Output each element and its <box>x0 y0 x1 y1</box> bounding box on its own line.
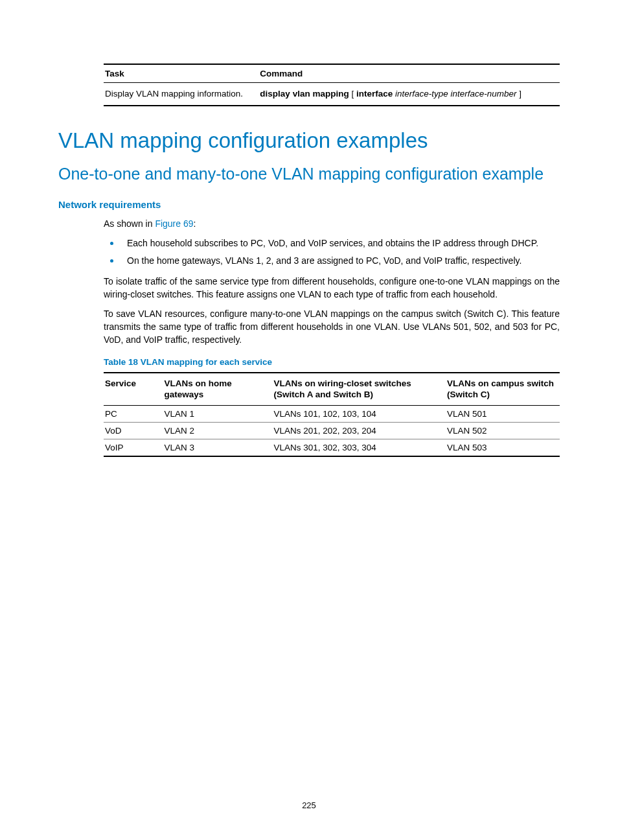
cell-home: VLAN 1 <box>163 405 273 422</box>
cell-campus: VLAN 501 <box>446 405 560 422</box>
cell-service: VoIP <box>104 439 163 456</box>
cell-home: VLAN 2 <box>163 422 273 439</box>
task-table: Task Command Display VLAN mapping inform… <box>104 64 560 106</box>
task-table-wrapper: Task Command Display VLAN mapping inform… <box>104 64 560 106</box>
figure-link[interactable]: Figure 69 <box>155 218 193 229</box>
cell-campus: VLAN 502 <box>446 422 560 439</box>
cell-closet: VLANs 101, 102, 103, 104 <box>272 405 446 422</box>
vlan-th-service: Service <box>104 373 163 406</box>
command-cell: display vlan mapping [ interface interfa… <box>258 83 560 106</box>
cell-service: VoD <box>104 422 163 439</box>
vlan-th-closet: VLANs on wiring-closet switches (Switch … <box>272 373 446 406</box>
page-number: 225 <box>0 800 618 810</box>
paragraph: To save VLAN resources, configure many-t… <box>104 308 560 347</box>
heading-1: VLAN mapping configuration examples <box>58 128 560 153</box>
cell-closet: VLANs 201, 202, 203, 204 <box>272 422 446 439</box>
cell-home: VLAN 3 <box>163 439 273 456</box>
intro-paragraph: As shown in Figure 69: <box>104 218 560 231</box>
paragraph: To isolate traffic of the same service t… <box>104 275 560 301</box>
task-table-header-command: Command <box>258 64 560 83</box>
page-content: Task Command Display VLAN mapping inform… <box>0 0 618 483</box>
task-cell: Display VLAN mapping information. <box>104 83 258 106</box>
intro-suffix: : <box>194 218 196 229</box>
list-item: On the home gateways, VLANs 1, 2, and 3 … <box>104 255 560 268</box>
table-row: PC VLAN 1 VLANs 101, 102, 103, 104 VLAN … <box>104 405 560 422</box>
requirements-list: Each household subscribes to PC, VoD, an… <box>104 237 560 268</box>
table-row: VoD VLAN 2 VLANs 201, 202, 203, 204 VLAN… <box>104 422 560 439</box>
table-caption: Table 18 VLAN mapping for each service <box>104 357 560 367</box>
intro-prefix: As shown in <box>104 218 155 229</box>
table-row: VoIP VLAN 3 VLANs 301, 302, 303, 304 VLA… <box>104 439 560 456</box>
heading-3: Network requirements <box>58 199 560 210</box>
list-item: Each household subscribes to PC, VoD, an… <box>104 237 560 250</box>
command-part: interface-type interface-number <box>395 89 517 99</box>
command-part: display vlan mapping <box>260 89 349 99</box>
heading-2: One-to-one and many-to-one VLAN mapping … <box>58 163 560 185</box>
command-part: [ <box>349 89 356 99</box>
cell-campus: VLAN 503 <box>446 439 560 456</box>
command-part: interface <box>356 89 393 99</box>
task-table-header-task: Task <box>104 64 258 83</box>
vlan-mapping-table: Service VLANs on home gateways VLANs on … <box>104 372 560 457</box>
vlan-th-home: VLANs on home gateways <box>163 373 273 406</box>
vlan-th-campus: VLANs on campus switch (Switch C) <box>446 373 560 406</box>
cell-service: PC <box>104 405 163 422</box>
task-table-row: Display VLAN mapping information. displa… <box>104 83 560 106</box>
command-part: ] <box>517 89 522 99</box>
cell-closet: VLANs 301, 302, 303, 304 <box>272 439 446 456</box>
body-content: As shown in Figure 69: Each household su… <box>104 218 560 457</box>
